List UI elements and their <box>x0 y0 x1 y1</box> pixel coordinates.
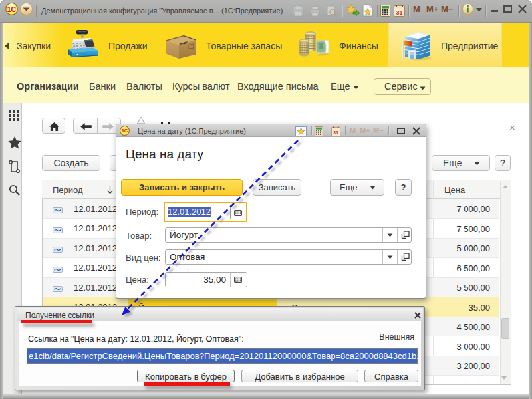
svg-text:1С: 1С <box>7 5 17 13</box>
svg-text:31: 31 <box>333 130 338 136</box>
svg-text:31: 31 <box>396 9 402 16</box>
svg-text:1С: 1С <box>122 128 128 134</box>
